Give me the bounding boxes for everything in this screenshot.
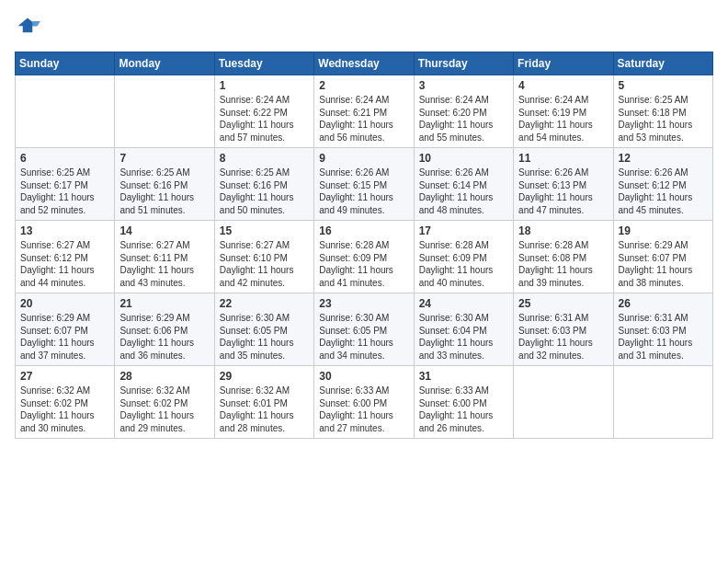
weekday-header-thursday: Thursday <box>414 52 513 75</box>
weekday-header-friday: Friday <box>514 52 613 75</box>
day-number: 1 <box>220 79 309 92</box>
day-number: 7 <box>119 152 209 165</box>
day-number: 24 <box>419 297 508 310</box>
day-info: Sunrise: 6:26 AM Sunset: 6:12 PM Dayligh… <box>619 167 708 216</box>
day-info: Sunrise: 6:27 AM Sunset: 6:11 PM Dayligh… <box>119 239 209 289</box>
calendar-cell: 17Sunrise: 6:28 AM Sunset: 6:09 PM Dayli… <box>414 221 513 293</box>
calendar-cell: 4Sunrise: 6:24 AM Sunset: 6:19 PM Daylig… <box>514 75 613 148</box>
day-info: Sunrise: 6:26 AM Sunset: 6:14 PM Dayligh… <box>419 167 508 216</box>
calendar-cell <box>514 366 613 439</box>
weekday-header-sunday: Sunday <box>16 52 115 75</box>
calendar-cell: 13Sunrise: 6:27 AM Sunset: 6:12 PM Dayli… <box>16 221 115 293</box>
day-info: Sunrise: 6:26 AM Sunset: 6:15 PM Dayligh… <box>319 167 408 216</box>
day-number: 26 <box>619 297 708 310</box>
day-info: Sunrise: 6:27 AM Sunset: 6:12 PM Dayligh… <box>20 239 109 289</box>
day-info: Sunrise: 6:31 AM Sunset: 6:03 PM Dayligh… <box>518 312 608 362</box>
day-number: 2 <box>319 79 408 92</box>
weekday-header-wednesday: Wednesday <box>314 52 414 75</box>
svg-marker-1 <box>32 21 40 26</box>
day-number: 19 <box>619 224 708 237</box>
calendar-cell: 19Sunrise: 6:29 AM Sunset: 6:07 PM Dayli… <box>613 221 712 293</box>
day-number: 27 <box>20 370 109 383</box>
day-number: 28 <box>119 370 209 383</box>
logo <box>15 15 44 40</box>
calendar-cell: 15Sunrise: 6:27 AM Sunset: 6:10 PM Dayli… <box>214 221 313 293</box>
day-info: Sunrise: 6:29 AM Sunset: 6:07 PM Dayligh… <box>619 239 708 289</box>
calendar-week-row: 6Sunrise: 6:25 AM Sunset: 6:17 PM Daylig… <box>16 148 713 221</box>
day-number: 11 <box>518 152 608 165</box>
day-number: 12 <box>619 152 708 165</box>
calendar-cell: 9Sunrise: 6:26 AM Sunset: 6:15 PM Daylig… <box>314 148 414 221</box>
calendar-cell: 23Sunrise: 6:30 AM Sunset: 6:05 PM Dayli… <box>314 293 414 366</box>
day-number: 29 <box>220 370 309 383</box>
calendar-cell: 21Sunrise: 6:29 AM Sunset: 6:06 PM Dayli… <box>115 293 214 366</box>
day-info: Sunrise: 6:25 AM Sunset: 6:16 PM Dayligh… <box>119 167 209 216</box>
day-info: Sunrise: 6:30 AM Sunset: 6:04 PM Dayligh… <box>419 312 508 362</box>
day-info: Sunrise: 6:28 AM Sunset: 6:09 PM Dayligh… <box>319 239 408 289</box>
day-info: Sunrise: 6:26 AM Sunset: 6:13 PM Dayligh… <box>518 167 608 216</box>
calendar-cell: 29Sunrise: 6:32 AM Sunset: 6:01 PM Dayli… <box>214 366 313 439</box>
day-info: Sunrise: 6:29 AM Sunset: 6:07 PM Dayligh… <box>20 312 109 362</box>
day-info: Sunrise: 6:25 AM Sunset: 6:16 PM Dayligh… <box>220 167 309 216</box>
day-number: 14 <box>119 224 209 237</box>
day-info: Sunrise: 6:25 AM Sunset: 6:17 PM Dayligh… <box>20 167 109 216</box>
day-number: 8 <box>220 152 309 165</box>
calendar-cell: 2Sunrise: 6:24 AM Sunset: 6:21 PM Daylig… <box>314 75 414 148</box>
calendar-cell: 14Sunrise: 6:27 AM Sunset: 6:11 PM Dayli… <box>115 221 214 293</box>
calendar-table: SundayMondayTuesdayWednesdayThursdayFrid… <box>15 52 713 439</box>
day-info: Sunrise: 6:27 AM Sunset: 6:10 PM Dayligh… <box>220 239 309 289</box>
calendar-cell: 10Sunrise: 6:26 AM Sunset: 6:14 PM Dayli… <box>414 148 513 221</box>
day-number: 25 <box>518 297 608 310</box>
day-number: 9 <box>319 152 408 165</box>
day-number: 21 <box>119 297 209 310</box>
page-header <box>15 15 713 40</box>
day-info: Sunrise: 6:32 AM Sunset: 6:02 PM Dayligh… <box>20 385 109 434</box>
day-info: Sunrise: 6:30 AM Sunset: 6:05 PM Dayligh… <box>319 312 408 362</box>
day-info: Sunrise: 6:24 AM Sunset: 6:21 PM Dayligh… <box>319 94 408 144</box>
weekday-header-saturday: Saturday <box>613 52 712 75</box>
day-info: Sunrise: 6:24 AM Sunset: 6:22 PM Dayligh… <box>220 94 309 144</box>
day-number: 16 <box>319 224 408 237</box>
day-info: Sunrise: 6:28 AM Sunset: 6:08 PM Dayligh… <box>518 239 608 289</box>
day-number: 20 <box>20 297 109 310</box>
calendar-cell: 3Sunrise: 6:24 AM Sunset: 6:20 PM Daylig… <box>414 75 513 148</box>
calendar-cell: 18Sunrise: 6:28 AM Sunset: 6:08 PM Dayli… <box>514 221 613 293</box>
calendar-cell: 24Sunrise: 6:30 AM Sunset: 6:04 PM Dayli… <box>414 293 513 366</box>
weekday-header-tuesday: Tuesday <box>214 52 313 75</box>
day-number: 3 <box>419 79 508 92</box>
day-info: Sunrise: 6:30 AM Sunset: 6:05 PM Dayligh… <box>220 312 309 362</box>
calendar-cell: 5Sunrise: 6:25 AM Sunset: 6:18 PM Daylig… <box>613 75 712 148</box>
day-number: 5 <box>619 79 708 92</box>
calendar-cell: 7Sunrise: 6:25 AM Sunset: 6:16 PM Daylig… <box>115 148 214 221</box>
calendar-cell: 20Sunrise: 6:29 AM Sunset: 6:07 PM Dayli… <box>16 293 115 366</box>
day-number: 31 <box>419 370 508 383</box>
calendar-cell: 31Sunrise: 6:33 AM Sunset: 6:00 PM Dayli… <box>414 366 513 439</box>
weekday-header-row: SundayMondayTuesdayWednesdayThursdayFrid… <box>16 52 713 75</box>
logo-bird-icon <box>15 15 40 40</box>
day-info: Sunrise: 6:32 AM Sunset: 6:02 PM Dayligh… <box>119 385 209 434</box>
calendar-cell: 27Sunrise: 6:32 AM Sunset: 6:02 PM Dayli… <box>16 366 115 439</box>
calendar-cell: 11Sunrise: 6:26 AM Sunset: 6:13 PM Dayli… <box>514 148 613 221</box>
day-number: 4 <box>518 79 608 92</box>
calendar-week-row: 27Sunrise: 6:32 AM Sunset: 6:02 PM Dayli… <box>16 366 713 439</box>
calendar-cell: 1Sunrise: 6:24 AM Sunset: 6:22 PM Daylig… <box>214 75 313 148</box>
day-number: 6 <box>20 152 109 165</box>
calendar-cell: 16Sunrise: 6:28 AM Sunset: 6:09 PM Dayli… <box>314 221 414 293</box>
calendar-cell <box>115 75 214 148</box>
calendar-cell: 6Sunrise: 6:25 AM Sunset: 6:17 PM Daylig… <box>16 148 115 221</box>
calendar-week-row: 20Sunrise: 6:29 AM Sunset: 6:07 PM Dayli… <box>16 293 713 366</box>
day-number: 22 <box>220 297 309 310</box>
calendar-cell: 12Sunrise: 6:26 AM Sunset: 6:12 PM Dayli… <box>613 148 712 221</box>
day-info: Sunrise: 6:25 AM Sunset: 6:18 PM Dayligh… <box>619 94 708 144</box>
calendar-cell: 8Sunrise: 6:25 AM Sunset: 6:16 PM Daylig… <box>214 148 313 221</box>
day-number: 15 <box>220 224 309 237</box>
weekday-header-monday: Monday <box>115 52 214 75</box>
day-info: Sunrise: 6:24 AM Sunset: 6:20 PM Dayligh… <box>419 94 508 144</box>
day-number: 18 <box>518 224 608 237</box>
day-info: Sunrise: 6:29 AM Sunset: 6:06 PM Dayligh… <box>119 312 209 362</box>
day-info: Sunrise: 6:33 AM Sunset: 6:00 PM Dayligh… <box>419 385 508 434</box>
calendar-cell: 25Sunrise: 6:31 AM Sunset: 6:03 PM Dayli… <box>514 293 613 366</box>
calendar-cell <box>613 366 712 439</box>
day-number: 23 <box>319 297 408 310</box>
calendar-cell: 28Sunrise: 6:32 AM Sunset: 6:02 PM Dayli… <box>115 366 214 439</box>
